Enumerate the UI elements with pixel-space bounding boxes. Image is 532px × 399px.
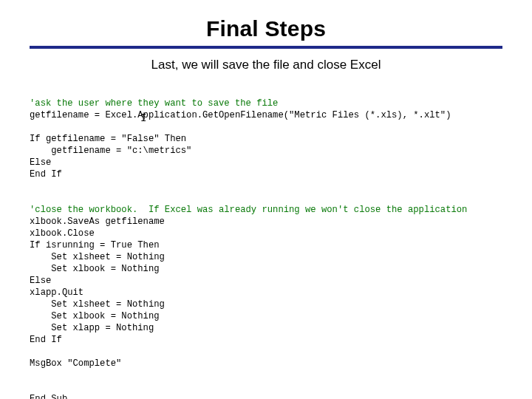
code-comment: 'ask the user where they want to save th… (30, 98, 278, 109)
code-line: Set xlbook = Nothing (30, 264, 160, 274)
title-block: Final Steps (0, 0, 532, 41)
code-block: 'ask the user where they want to save th… (30, 86, 532, 399)
code-line: If getfilename = "False" Then (30, 134, 186, 144)
page-title: Final Steps (0, 16, 532, 41)
code-line: Else (30, 276, 51, 286)
code-line: xlbook.Close (30, 228, 95, 239)
code-line: End If (30, 335, 62, 345)
code-line: Set xlbook = Nothing (30, 311, 160, 321)
subtitle: Last, we will save the file and close Ex… (0, 58, 532, 72)
code-line: Set xlapp = Nothing (30, 323, 154, 333)
code-line: getfilename = "c:\metrics" (30, 146, 191, 156)
slide: Final Steps Last, we will save the file … (0, 0, 532, 399)
code-line: End If (30, 169, 62, 180)
title-rule (30, 46, 502, 49)
code-line: End Sub (30, 394, 67, 399)
code-line: If isrunning = True Then (30, 240, 160, 250)
code-line: getfilename = Excel.Application.GetOpenF… (30, 110, 451, 120)
code-comment: 'close the workbook. If Excel was alread… (30, 205, 467, 215)
code-line: xlbook.SaveAs getfilename (30, 216, 165, 227)
code-line: Set xlsheet = Nothing (30, 299, 165, 310)
code-line: xlapp.Quit (30, 287, 83, 298)
code-line: Else (30, 157, 51, 168)
code-line: MsgBox "Complete" (30, 358, 121, 369)
code-line: Set xlsheet = Nothing (30, 252, 165, 262)
